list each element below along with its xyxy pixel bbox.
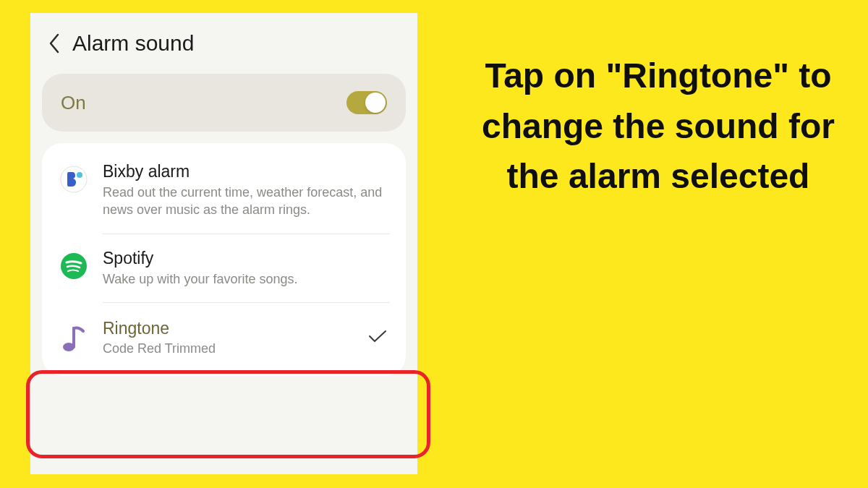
alarm-sound-toggle-card[interactable]: On [42, 74, 406, 132]
toggle-switch[interactable] [346, 91, 387, 114]
back-button[interactable] [41, 29, 69, 58]
chevron-left-icon [48, 33, 62, 54]
spotify-text: Spotify Wake up with your favorite songs… [103, 249, 390, 288]
toggle-label: On [61, 92, 86, 114]
bixby-alarm-option[interactable]: Bixby alarm Read out the current time, w… [42, 147, 406, 234]
ringtone-option[interactable]: Ringtone Code Red Trimmed [42, 303, 406, 374]
sound-options-card: Bixby alarm Read out the current time, w… [42, 143, 406, 376]
ringtone-title: Ringtone [103, 319, 368, 338]
toggle-knob [365, 93, 386, 113]
header-bar: Alarm sound [30, 13, 417, 71]
spotify-title: Spotify [103, 249, 390, 268]
instruction-caption: Tap on "Ringtone" to change the sound fo… [477, 51, 839, 202]
ringtone-subtitle: Code Red Trimmed [103, 340, 368, 357]
spotify-subtitle: Wake up with your favorite songs. [103, 270, 390, 288]
checkmark-icon [368, 330, 387, 347]
bixby-subtitle: Read out the current time, weather forec… [103, 184, 390, 219]
spotify-icon [58, 250, 90, 282]
spotify-option[interactable]: Spotify Wake up with your favorite songs… [42, 234, 406, 302]
bixby-text: Bixby alarm Read out the current time, w… [103, 162, 390, 219]
alarm-sound-screen: Alarm sound On Bixby alarm Read out the … [30, 13, 417, 474]
svg-point-1 [77, 172, 82, 178]
page-title: Alarm sound [72, 31, 194, 56]
ringtone-text: Ringtone Code Red Trimmed [103, 319, 368, 357]
music-note-icon [58, 323, 90, 355]
bixby-title: Bixby alarm [103, 162, 390, 181]
bixby-icon [58, 163, 90, 195]
